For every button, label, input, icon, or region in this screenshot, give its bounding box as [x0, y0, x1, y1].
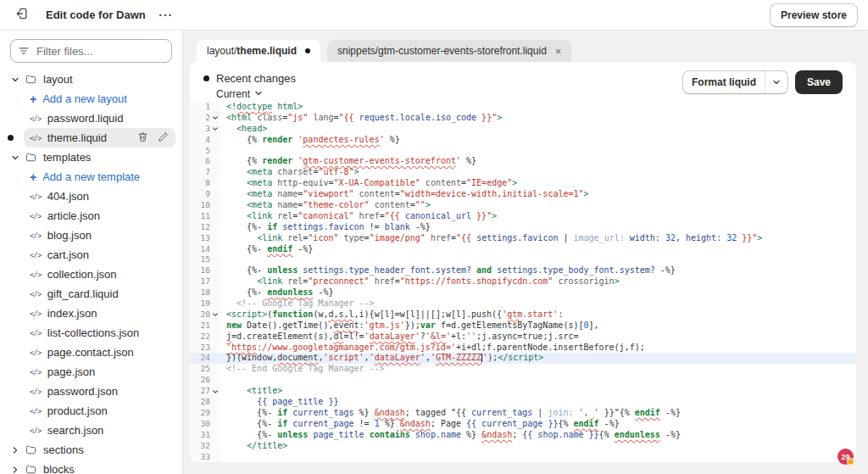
code-line[interactable]: 21new Date().getTime(),event:'gtm.js'});… [190, 321, 856, 332]
format-options-dropdown[interactable] [765, 71, 787, 93]
code-line-text[interactable]: <!-- Google Tag Manager --> [220, 298, 856, 309]
tab-theme.liquid[interactable]: layout/theme.liquid [197, 40, 320, 62]
code-line[interactable]: 14 {%- endif -%} [190, 244, 856, 255]
file-page-contact-json[interactable]: </>page.contact.json [0, 343, 182, 362]
code-line[interactable]: 22j=d.createElement(s),dl=l!='dataLayer'… [190, 332, 856, 343]
code-line[interactable]: 30 {%- if current_page != 1 %} &ndash; P… [190, 419, 856, 430]
code-line[interactable]: 24})(window,document,'script','dataLayer… [190, 353, 856, 364]
fold-chevron-icon[interactable] [210, 124, 220, 135]
code-line[interactable]: 2<html class="js" lang="{{ request.local… [190, 113, 856, 124]
file-gift-card-liquid[interactable]: </>gift_card.liquid [0, 284, 182, 304]
code-line-text[interactable]: {% render 'gtm-customer-events-storefron… [220, 156, 856, 167]
code-line[interactable]: 28 {{ page_title }} [190, 397, 856, 408]
code-line[interactable]: 25<!-- End Google Tag Manager --> [190, 364, 856, 375]
code-line-text[interactable]: <html class="js" lang="{{ request.locale… [220, 113, 856, 124]
exit-editor-button[interactable] [10, 4, 34, 26]
code-line[interactable]: 9 <meta name="viewport" content="width=d… [190, 189, 856, 200]
fold-chevron-icon[interactable] [210, 386, 220, 397]
code-line-text[interactable]: })(window,document,'script','dataLayer',… [220, 353, 856, 364]
code-line-text[interactable]: {{ page_title }} [220, 397, 856, 408]
code-line[interactable]: 10 <meta name="theme-color" content=""> [190, 200, 856, 211]
code-line-text[interactable] [220, 254, 856, 265]
code-line-text[interactable]: <title> [220, 386, 856, 397]
code-line[interactable]: 17 <link rel="preconnect" href="https://… [190, 276, 856, 287]
code-line[interactable]: 32 </title> [190, 441, 856, 452]
code-line-text[interactable]: <head> [220, 124, 856, 135]
code-editor[interactable]: 1<!doctype html>2<html class="js" lang="… [190, 100, 856, 462]
code-line[interactable]: 27 <title> [190, 386, 856, 397]
file-cart-json[interactable]: </>cart.json [0, 245, 182, 265]
file-product-json[interactable]: </>product.json [0, 401, 182, 421]
code-line[interactable]: 11 <link rel="canonical" href="{{ canoni… [190, 211, 856, 222]
code-line-text[interactable]: {%- if settings.favicon != blank -%} [220, 222, 856, 233]
chevron-down-icon[interactable] [10, 153, 20, 162]
action-add-a-new-template[interactable]: +Add a new template [0, 167, 182, 187]
code-line-text[interactable]: {%- if current_page != 1 %} &ndash; Page… [220, 419, 856, 430]
code-line-text[interactable]: <script>(function(w,d,s,l,i){w[l]=w[l]||… [220, 309, 856, 321]
code-line-text[interactable]: {%- unless settings.type_header_font.sys… [220, 265, 856, 276]
code-line-text[interactable]: <meta name="viewport" content="width=dev… [220, 189, 856, 200]
code-line-text[interactable]: {% render 'pandectes-rules' %} [220, 135, 856, 146]
code-line-text[interactable] [220, 452, 856, 463]
code-line[interactable]: 13 <link rel="icon" type="image/png" hre… [190, 233, 856, 244]
code-line-text[interactable]: {%- endunless -%} [220, 287, 856, 298]
file-theme-liquid[interactable]: </>theme.liquid [0, 128, 182, 148]
code-line-text[interactable]: 'https://www.googletagmanager.com/gtm.js… [220, 343, 856, 354]
code-line[interactable]: 1<!doctype html> [190, 102, 856, 113]
file-page-json[interactable]: </>page.json [0, 362, 182, 382]
code-line-text[interactable]: <!-- End Google Tag Manager --> [220, 364, 856, 375]
code-line-text[interactable]: j=d.createElement(s),dl=l!='dataLayer'?'… [220, 332, 856, 343]
file-search-json[interactable]: </>search.json [0, 421, 182, 440]
code-line[interactable]: 7 <meta charset="utf-8"> [190, 167, 856, 178]
preview-store-button[interactable]: Preview store [770, 3, 858, 27]
code-line[interactable]: 29 {%- if current_tags %} &ndash; tagged… [190, 408, 856, 419]
format-liquid-button[interactable]: Format liquid [682, 70, 788, 94]
code-line[interactable]: 6 {% render 'gtm-customer-events-storefr… [190, 156, 856, 167]
chevron-down-icon[interactable] [10, 75, 20, 84]
code-line[interactable]: 33 [190, 452, 856, 463]
code-line-text[interactable]: new Date().getTime(),event:'gtm.js'});va… [220, 321, 856, 332]
code-line-text[interactable] [220, 375, 856, 386]
file-list-collections-json[interactable]: </>list-collections.json [0, 323, 182, 343]
code-line[interactable]: 3 <head> [190, 124, 856, 135]
code-line[interactable]: 5 [190, 146, 856, 157]
code-line-text[interactable]: <meta charset="utf-8"> [220, 167, 856, 178]
code-line-text[interactable]: <link rel="preconnect" href="https://fon… [220, 276, 856, 287]
chevron-right-icon[interactable] [10, 466, 20, 474]
code-line-text[interactable]: <!doctype html> [220, 102, 856, 113]
code-line-text[interactable]: <meta http-equiv="X-UA-Compatible" conte… [220, 178, 856, 189]
code-line[interactable]: 18 {%- endunless -%} [190, 287, 856, 298]
fold-chevron-icon[interactable] [210, 309, 220, 321]
file-404-json[interactable]: </>404.json [0, 187, 182, 206]
code-line[interactable]: 16 {%- unless settings.type_header_font.… [190, 265, 856, 276]
action-add-a-new-layout[interactable]: +Add a new layout [0, 89, 182, 109]
code-line[interactable]: 4 {% render 'pandectes-rules' %} [190, 135, 856, 146]
file-password-json[interactable]: </>password.json [0, 382, 182, 401]
code-line[interactable]: 20<script>(function(w,d,s,l,i){w[l]=w[l]… [190, 309, 856, 321]
code-line[interactable]: 8 <meta http-equiv="X-UA-Compatible" con… [190, 178, 856, 189]
fold-chevron-icon[interactable] [210, 113, 220, 124]
code-line-text[interactable]: <link rel="icon" type="image/png" href="… [220, 233, 856, 244]
file-collection-json[interactable]: </>collection.json [0, 265, 182, 284]
code-line-text[interactable] [220, 146, 856, 157]
chevron-right-icon[interactable] [10, 446, 20, 454]
code-line-text[interactable]: {%- unless page_title contains shop.name… [220, 430, 856, 441]
code-line[interactable]: 31 {%- unless page_title contains shop.n… [190, 430, 856, 441]
code-line-text[interactable]: <meta name="theme-color" content=""> [220, 200, 856, 211]
rename-file-icon[interactable] [158, 131, 169, 145]
folder-blocks[interactable]: blocks [0, 460, 182, 474]
code-line[interactable]: 15 [190, 254, 856, 265]
folder-sections[interactable]: sections [0, 440, 182, 460]
code-line-text[interactable]: {%- if current_tags %} &ndash; tagged "{… [220, 408, 856, 419]
code-line[interactable]: 12 {%- if settings.favicon != blank -%} [190, 222, 856, 233]
code-line[interactable]: 23'https://www.googletagmanager.com/gtm.… [190, 343, 856, 354]
file-blog-json[interactable]: </>blog.json [0, 226, 182, 245]
close-tab-icon[interactable]: × [555, 46, 562, 57]
folder-templates[interactable]: templates [0, 148, 182, 167]
more-actions-button[interactable]: ··· [154, 4, 178, 26]
filter-files-input[interactable] [10, 39, 172, 63]
file-article-json[interactable]: </>article.json [0, 206, 182, 226]
code-line-text[interactable]: {%- endif -%} [220, 244, 856, 255]
save-button[interactable]: Save [795, 70, 843, 94]
code-line[interactable]: 19 <!-- Google Tag Manager --> [190, 298, 856, 309]
